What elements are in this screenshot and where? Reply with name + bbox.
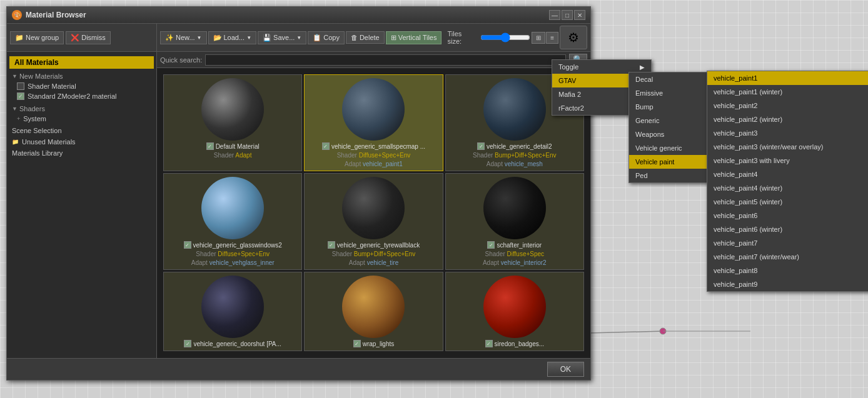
material-sphere-default — [201, 78, 264, 141]
menu-item-vp5-winter[interactable]: vehicle_paint5 (winter) — [707, 195, 868, 209]
window-controls: — □ ✕ — [549, 10, 585, 20]
new-group-button[interactable]: 📁 New group — [10, 31, 64, 44]
material-shader-2: Shader Bump+Diff+Spec+Env — [473, 152, 557, 159]
all-materials-header[interactable]: All Materials — [9, 56, 154, 69]
menu-item-vp7-winter-wear[interactable]: vehicle_paint7 (winter/wear) — [707, 250, 868, 264]
menu-item-vp4[interactable]: vehicle_paint4 — [707, 167, 868, 181]
material-adapt-3: Adapt vehicle_vehglass_inner — [191, 259, 275, 266]
tile-size-slider[interactable] — [480, 32, 530, 42]
quick-search-input[interactable] — [205, 54, 566, 66]
material-name-default: ✓ Default Material — [206, 142, 260, 150]
scene-selection-item[interactable]: Scene Selection — [7, 125, 156, 136]
menu-item-vp4-winter[interactable]: vehicle_paint4 (winter) — [707, 181, 868, 195]
sidebar: All Materials ▼ New Materials Shader Mat… — [7, 52, 157, 358]
system-shader-item[interactable]: + System — [7, 114, 156, 124]
ok-button[interactable]: OK — [547, 362, 584, 377]
shaders-header[interactable]: ▼ Shaders — [7, 104, 156, 114]
menu-item-vp8[interactable]: vehicle_paint8 — [707, 264, 868, 277]
material-adapt-5: Adapt vehicle_interior2 — [483, 259, 547, 266]
material-shader-1: Shader Diffuse+Spec+Env — [337, 152, 411, 159]
new-button[interactable]: ✨ New... ▼ — [160, 31, 207, 44]
menu-item-vp3-livery[interactable]: vehicle_paint3 with livery — [707, 154, 868, 167]
context-menu-vehicle-paint: vehicle_paint1 vehicle_paint1 (winter) v… — [707, 71, 868, 292]
new-materials-section: ▼ New Materials Shader Material ✓ Standa… — [7, 70, 156, 102]
material-name-4: ✓ vehicle_generic_tyrewallblack — [328, 241, 420, 249]
material-checkbox-8[interactable]: ✓ — [485, 340, 493, 347]
load-button[interactable]: 📂 Load... ▼ — [208, 31, 257, 44]
material-adapt-4: Adapt vehicle_tire — [349, 259, 399, 266]
load-icon: 📂 — [213, 34, 222, 42]
shader-material-item[interactable]: Shader Material — [7, 81, 156, 91]
shaders-expand-icon: ▼ — [12, 106, 18, 112]
menu-item-vp6-winter[interactable]: vehicle_paint6 (winter) — [707, 222, 868, 236]
dialog-content: All Materials ▼ New Materials Shader Mat… — [7, 52, 590, 358]
tile-size-control: Tiles size: — [447, 30, 530, 45]
dismiss-button[interactable]: ❌ Dismiss — [66, 31, 111, 44]
material-sphere-3 — [201, 177, 264, 239]
menu-item-vp2[interactable]: vehicle_paint2 — [707, 99, 868, 112]
material-card-default[interactable]: ✓ Default Material Shader Adapt — [163, 74, 302, 171]
menu-item-vp2-winter[interactable]: vehicle_paint2 (winter) — [707, 112, 868, 126]
list-view-button[interactable]: ≡ — [546, 32, 558, 44]
menu-item-vp3-winter-wear[interactable]: vehicle_paint3 (winter/wear overlay) — [707, 140, 868, 154]
menu-item-vp9[interactable]: vehicle_paint9 — [707, 277, 868, 291]
materials-library-item[interactable]: Materials Library — [7, 147, 156, 159]
expand-icon: ▼ — [12, 73, 18, 79]
quick-search-bar: Quick search: 🔍 — [157, 52, 590, 68]
standard-material-item[interactable]: ✓ Standard ZModeler2 material — [7, 91, 156, 101]
shader-material-checkbox[interactable] — [17, 82, 24, 90]
material-card-4[interactable]: ✓ vehicle_generic_tyrewallblack Shader B… — [304, 173, 443, 270]
delete-icon: 🗑 — [351, 34, 358, 41]
material-checkbox-1[interactable]: ✓ — [322, 142, 330, 150]
menu-item-vp6[interactable]: vehicle_paint6 — [707, 209, 868, 222]
material-sphere-2 — [483, 78, 546, 141]
grid-view-button[interactable]: ⊞ — [532, 32, 545, 44]
material-card-5[interactable]: ✓ schafter_interior Shader Diffuse+Spec … — [445, 173, 584, 270]
load-label: Load... — [224, 34, 245, 41]
material-checkbox-5[interactable]: ✓ — [487, 241, 495, 249]
materials-grid: ✓ Default Material Shader Adapt ✓ vehicl… — [160, 71, 587, 354]
material-checkbox-3[interactable]: ✓ — [184, 241, 191, 249]
vertical-tiles-button[interactable]: ⊞ Vertical Tiles — [386, 31, 442, 44]
menu-item-vp1[interactable]: vehicle_paint1 — [707, 71, 868, 85]
material-checkbox-2[interactable]: ✓ — [477, 142, 485, 150]
material-sphere-8 — [483, 276, 546, 338]
material-card-3[interactable]: ✓ vehicle_generic_glasswindows2 Shader D… — [163, 173, 302, 270]
material-browser-dialog: 🎨 Material Browser — □ ✕ 📁 New group ❌ D… — [6, 6, 591, 381]
quick-search-label: Quick search: — [160, 56, 202, 64]
menu-item-vp1-winter[interactable]: vehicle_paint1 (winter) — [707, 85, 868, 99]
menu-item-vp7[interactable]: vehicle_paint7 — [707, 236, 868, 250]
toolbar-container: 📁 New group ❌ Dismiss ✨ New... ▼ 📂 Load.… — [7, 24, 590, 52]
copy-button[interactable]: 📋 Copy — [308, 31, 345, 44]
material-name-2: ✓ vehicle_generic_detail2 — [477, 142, 552, 150]
material-checkbox-7[interactable]: ✓ — [353, 340, 361, 347]
view-toggle: ⊞ ≡ — [532, 32, 558, 44]
material-checkbox-4[interactable]: ✓ — [328, 241, 335, 249]
dismiss-icon: ❌ — [71, 34, 79, 42]
material-card-7[interactable]: ✓ wrap_lights — [304, 272, 443, 351]
delete-label: Delete — [360, 34, 380, 41]
delete-button[interactable]: 🗑 Delete — [346, 31, 385, 44]
minimize-button[interactable]: — — [549, 10, 560, 20]
maximize-button[interactable]: □ — [562, 10, 573, 20]
dialog-title: Material Browser — [26, 11, 86, 19]
save-button[interactable]: 💾 Save... ▼ — [258, 31, 306, 44]
settings-button[interactable]: ⚙ — [560, 26, 587, 49]
material-card-1[interactable]: ✓ vehicle_generic_smallspecmap ... Shade… — [304, 74, 443, 171]
new-materials-header[interactable]: ▼ New Materials — [7, 71, 156, 81]
copy-label: Copy — [323, 34, 340, 41]
menu-item-vp3[interactable]: vehicle_paint3 — [707, 126, 868, 140]
material-card-6[interactable]: ✓ vehicle_generic_doorshut [PA... — [163, 272, 302, 351]
standard-material-checkbox[interactable]: ✓ — [17, 92, 24, 100]
material-checkbox-0[interactable]: ✓ — [206, 142, 214, 150]
close-button[interactable]: ✕ — [574, 10, 585, 20]
material-shader-3: Shader Diffuse+Spec+Env — [196, 251, 270, 257]
material-shader-4: Shader Bump+Diff+Spec+Env — [332, 251, 416, 257]
materials-content: Quick search: 🔍 ✓ Default Material — [157, 52, 590, 358]
unused-materials-item[interactable]: 📁 Unused Materials — [7, 136, 156, 147]
material-checkbox-6[interactable]: ✓ — [184, 340, 191, 347]
materials-area: ✓ Default Material Shader Adapt ✓ vehicl… — [157, 68, 590, 358]
material-card-8[interactable]: ✓ siredon_badges... — [445, 272, 584, 351]
material-sphere-6 — [201, 276, 264, 338]
material-sphere-7 — [342, 276, 405, 338]
